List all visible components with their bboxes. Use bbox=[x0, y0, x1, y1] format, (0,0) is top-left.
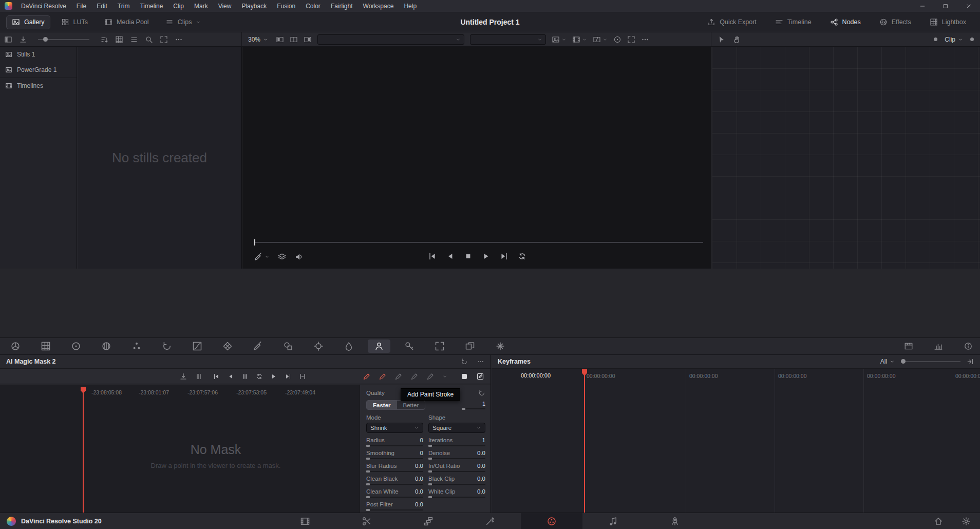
brush-options-dropdown[interactable] bbox=[426, 371, 435, 382]
fusion-page-button[interactable] bbox=[459, 513, 521, 529]
rgb-mixer-tool[interactable] bbox=[125, 339, 148, 353]
param-slider[interactable] bbox=[428, 471, 485, 472]
color-page-button[interactable] bbox=[521, 513, 582, 529]
track-to-end-button[interactable] bbox=[284, 371, 292, 382]
motion-effects-tool[interactable] bbox=[156, 339, 178, 353]
param-black-clip[interactable]: Black Clip0.0 bbox=[428, 476, 485, 485]
close-button[interactable] bbox=[957, 0, 980, 12]
panel-toggle-icon[interactable] bbox=[4, 35, 12, 44]
grade-version-dropdown[interactable] bbox=[317, 34, 464, 45]
subtract-stroke-tool[interactable] bbox=[394, 371, 403, 382]
blur-tool[interactable] bbox=[337, 339, 360, 353]
param-white-clip[interactable]: White Clip0.0 bbox=[428, 488, 485, 498]
info-icon[interactable] bbox=[964, 342, 973, 351]
timeline-toggle-button[interactable]: Timeline bbox=[769, 15, 817, 29]
add-keyframe-icon[interactable] bbox=[179, 372, 187, 381]
clip-bounds-icon[interactable] bbox=[195, 372, 203, 381]
gallery-toggle-button[interactable]: Gallery bbox=[6, 15, 50, 29]
stop-icon[interactable] bbox=[463, 252, 473, 261]
menu-item-workspace[interactable]: Workspace bbox=[358, 0, 399, 12]
node-level-dropdown[interactable]: Clip bbox=[945, 36, 963, 43]
open-fx-tool[interactable] bbox=[489, 339, 512, 353]
gear-icon[interactable] bbox=[962, 517, 971, 526]
param-clean-black[interactable]: Clean Black0.0 bbox=[366, 476, 423, 485]
fairlight-page-button[interactable] bbox=[582, 513, 644, 529]
color-wheel-icon[interactable] bbox=[613, 35, 621, 44]
stills-area[interactable]: No stills created bbox=[78, 47, 242, 269]
thumbnail-size-slider[interactable] bbox=[38, 39, 89, 40]
split-screen-dropdown[interactable] bbox=[572, 35, 587, 44]
stereo-3d-tool[interactable] bbox=[459, 339, 481, 353]
more-options-icon[interactable] bbox=[175, 35, 183, 44]
param-denoise[interactable]: Denoise0.0 bbox=[428, 450, 485, 459]
luts-toggle-button[interactable]: LUTs bbox=[55, 15, 93, 29]
sidebar-item-timelines[interactable]: Timelines bbox=[0, 78, 77, 93]
param-slider[interactable] bbox=[428, 484, 485, 485]
param-slider[interactable] bbox=[366, 509, 423, 511]
play-icon[interactable] bbox=[481, 252, 491, 261]
picker-tool-dropdown[interactable] bbox=[254, 252, 270, 261]
covered-param-slider[interactable] bbox=[462, 408, 485, 409]
param-slider[interactable] bbox=[366, 497, 423, 498]
skip-to-end-icon[interactable] bbox=[499, 252, 508, 261]
menu-item-fusion[interactable]: Fusion bbox=[272, 0, 300, 12]
erase-stroke-tool[interactable] bbox=[410, 371, 419, 382]
viewer-options-icon[interactable] bbox=[641, 35, 649, 44]
param-slider[interactable] bbox=[366, 458, 423, 459]
param-iterations[interactable]: Iterations1 bbox=[428, 437, 485, 446]
color-warper-tool[interactable] bbox=[216, 339, 239, 353]
menu-item-file[interactable]: File bbox=[71, 0, 91, 12]
scopes-icon[interactable] bbox=[904, 342, 913, 351]
menu-item-playback[interactable]: Playback bbox=[236, 0, 272, 12]
param-slider[interactable] bbox=[366, 471, 423, 472]
key-tool[interactable] bbox=[398, 339, 421, 353]
mask-timeline[interactable]: -23:08:05:08 -23:08:01:07 -23:07:57:06 -… bbox=[0, 385, 360, 513]
tracker-tool[interactable] bbox=[307, 339, 330, 353]
menu-item-view[interactable]: View bbox=[213, 0, 237, 12]
nodes-toggle-button[interactable]: Nodes bbox=[824, 15, 866, 29]
viewer-zoom-dropdown[interactable]: 30% bbox=[248, 36, 270, 43]
param-slider[interactable] bbox=[428, 445, 485, 446]
grid-view-icon[interactable] bbox=[115, 35, 123, 44]
loop-icon[interactable] bbox=[517, 252, 526, 261]
add-paint-stroke-tool[interactable] bbox=[379, 371, 387, 382]
still-overlay-dropdown[interactable] bbox=[552, 35, 567, 44]
loop-button[interactable] bbox=[255, 371, 263, 382]
quality-tab-better[interactable]: Better bbox=[397, 401, 425, 409]
menu-item-trim[interactable]: Trim bbox=[112, 0, 135, 12]
maximize-button[interactable] bbox=[934, 0, 957, 12]
param-slider[interactable] bbox=[366, 445, 423, 446]
menu-item-clip[interactable]: Clip bbox=[168, 0, 189, 12]
sizing-tool[interactable] bbox=[428, 339, 451, 353]
param-slider[interactable] bbox=[366, 484, 423, 485]
wireframe-overlay-icon[interactable] bbox=[277, 252, 287, 261]
param-smoothing[interactable]: Smoothing0 bbox=[366, 450, 423, 459]
menu-item-mark[interactable]: Mark bbox=[189, 0, 213, 12]
param-radius[interactable]: Radius0 bbox=[366, 437, 423, 446]
qualifier-tool[interactable] bbox=[247, 339, 269, 353]
menu-item-help[interactable]: Help bbox=[399, 0, 422, 12]
home-icon[interactable] bbox=[934, 517, 943, 526]
deliver-page-button[interactable] bbox=[644, 513, 706, 529]
play-reverse-icon[interactable] bbox=[445, 252, 455, 261]
panel-expand-icon[interactable] bbox=[967, 358, 974, 365]
viewer[interactable] bbox=[242, 47, 711, 269]
minimize-button[interactable] bbox=[911, 0, 934, 12]
list-view-icon[interactable] bbox=[130, 35, 138, 44]
hand-pan-icon[interactable] bbox=[733, 35, 741, 44]
sidebar-item-powergrade[interactable]: PowerGrade 1 bbox=[0, 62, 77, 78]
covered-param[interactable]: 1 bbox=[462, 400, 485, 409]
media-pool-toggle-button[interactable]: Media Pool bbox=[99, 15, 155, 29]
zoom-slider-handle[interactable] bbox=[901, 359, 906, 364]
param-in-out-ratio[interactable]: In/Out Ratio0.0 bbox=[428, 463, 485, 472]
wipe-mode-dropdown[interactable] bbox=[593, 35, 608, 44]
slider-handle[interactable] bbox=[43, 37, 48, 42]
object-picker-tool[interactable] bbox=[363, 371, 371, 382]
track-forward-button[interactable] bbox=[270, 371, 278, 382]
panel-options-icon[interactable] bbox=[477, 358, 484, 365]
param-slider[interactable] bbox=[428, 497, 485, 498]
menu-item-davinci-resolve[interactable]: DaVinci Resolve bbox=[16, 0, 71, 12]
track-reverse-button[interactable] bbox=[227, 371, 235, 382]
curves-tool[interactable] bbox=[186, 339, 209, 353]
keyframes-filter-dropdown[interactable]: All bbox=[880, 358, 895, 365]
